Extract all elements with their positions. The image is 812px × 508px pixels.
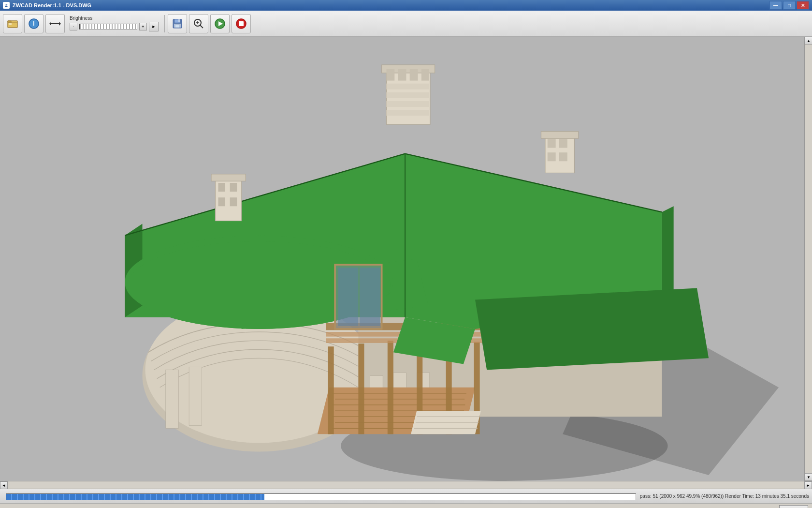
svg-rect-129 <box>230 183 237 192</box>
render-canvas <box>0 37 804 481</box>
stop-button[interactable] <box>232 14 251 33</box>
maximize-button[interactable]: □ <box>783 1 796 10</box>
scroll-right-arrow[interactable]: ► <box>804 481 812 489</box>
toolbar: i Brightness - + ► <box>0 11 812 37</box>
svg-rect-19 <box>239 21 244 26</box>
main-render-area: ▲ ▼ <box>0 37 812 481</box>
scroll-track-right[interactable] <box>805 45 812 473</box>
status-bar: pass: 51 (2000 x 962 49.9% (480/962)) Re… <box>0 489 812 503</box>
title-bar: Z ZWCAD Render:1.1 - DVS.DWG — □ ✕ <box>0 0 812 11</box>
svg-rect-146 <box>548 152 556 161</box>
info-button[interactable]: i <box>24 14 44 33</box>
svg-rect-137 <box>421 69 429 80</box>
open-button[interactable] <box>3 14 22 33</box>
svg-rect-141 <box>386 110 429 116</box>
play-button[interactable] <box>210 14 230 33</box>
svg-rect-144 <box>548 139 556 148</box>
close-button[interactable]: Close <box>779 505 808 508</box>
brightness-dots <box>80 24 137 29</box>
svg-rect-134 <box>386 69 394 80</box>
svg-rect-11 <box>175 25 179 28</box>
svg-rect-139 <box>386 92 429 98</box>
svg-rect-136 <box>410 69 418 80</box>
svg-rect-9 <box>178 19 180 22</box>
svg-rect-150 <box>360 268 380 326</box>
brightness-control: Brightness - + ► <box>67 15 161 32</box>
svg-rect-143 <box>541 132 578 138</box>
svg-rect-131 <box>230 197 237 206</box>
app-icon: Z <box>3 2 10 9</box>
adjust-button[interactable] <box>45 14 65 33</box>
svg-rect-78 <box>189 367 202 425</box>
svg-rect-77 <box>166 370 179 429</box>
brightness-slider-row: - + ► <box>70 22 159 31</box>
scroll-track-bottom[interactable] <box>8 481 804 489</box>
brightness-plus-button[interactable]: + <box>139 23 147 30</box>
bottom-bar: Close <box>0 503 812 508</box>
scrollbar-bottom: ◄ ► <box>0 481 812 489</box>
progress-bar-track <box>6 493 636 500</box>
progress-bar-fill <box>6 494 264 500</box>
svg-rect-90 <box>328 346 334 434</box>
svg-rect-91 <box>358 344 364 434</box>
scroll-left-arrow[interactable]: ◄ <box>0 481 8 489</box>
scroll-up-arrow[interactable]: ▲ <box>805 37 812 45</box>
svg-line-13 <box>200 25 203 28</box>
svg-marker-5 <box>59 22 61 26</box>
title-bar-left: Z ZWCAD Render:1.1 - DVS.DWG <box>3 2 91 9</box>
window-close-button[interactable]: ✕ <box>797 1 809 10</box>
svg-rect-140 <box>386 101 429 107</box>
zoom-button[interactable] <box>189 14 208 33</box>
scroll-down-arrow[interactable]: ▼ <box>805 473 812 481</box>
status-text: pass: 51 (2000 x 962 49.9% (480/962)) Re… <box>640 493 809 499</box>
svg-rect-135 <box>398 69 406 80</box>
toolbar-separator-1 <box>164 15 165 32</box>
svg-marker-118 <box>475 288 709 370</box>
title-bar-controls: — □ ✕ <box>769 1 809 10</box>
svg-text:i: i <box>33 20 34 27</box>
minimize-button[interactable]: — <box>769 1 782 10</box>
svg-rect-92 <box>388 341 393 434</box>
svg-marker-6 <box>49 22 51 26</box>
svg-rect-1 <box>9 23 12 25</box>
window-title: ZWCAD Render:1.1 - DVS.DWG <box>13 2 91 8</box>
brightness-value-button[interactable]: ► <box>149 22 159 31</box>
svg-rect-127 <box>211 174 246 181</box>
svg-rect-138 <box>386 84 429 90</box>
svg-rect-145 <box>559 139 567 148</box>
svg-marker-117 <box>662 206 674 299</box>
house-render-svg <box>0 37 804 481</box>
svg-rect-130 <box>218 197 225 206</box>
save-button[interactable] <box>168 14 187 33</box>
svg-rect-128 <box>218 183 225 192</box>
svg-rect-149 <box>338 268 358 326</box>
brightness-minus-button[interactable]: - <box>70 23 77 30</box>
brightness-label: Brightness <box>70 15 159 21</box>
svg-rect-147 <box>559 152 567 161</box>
brightness-track[interactable] <box>79 24 137 30</box>
scrollbar-right: ▲ ▼ <box>804 37 812 481</box>
